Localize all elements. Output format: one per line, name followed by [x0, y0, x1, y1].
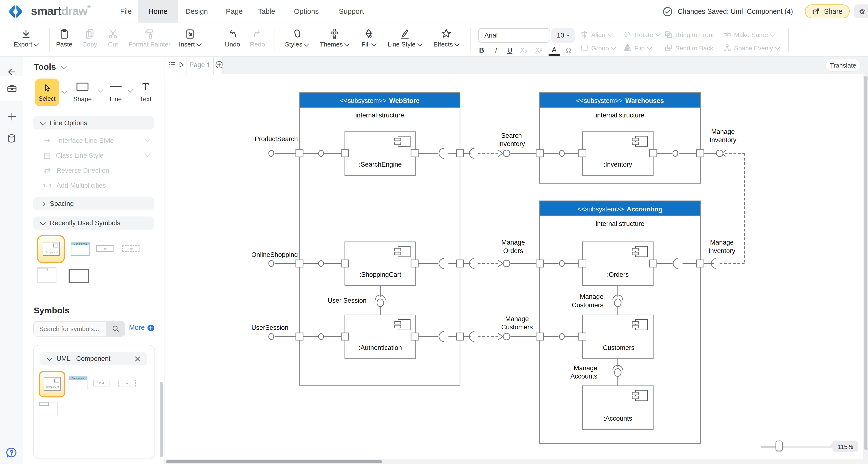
more-symbols-link[interactable]: More — [129, 324, 155, 332]
section-line-options[interactable]: Line Options — [33, 116, 154, 129]
menu-page[interactable]: Page — [218, 0, 250, 23]
section-recently-used[interactable]: Recently Used Symbols — [33, 217, 154, 230]
symbol-frame[interactable] — [39, 402, 58, 416]
menu-support[interactable]: Support — [331, 0, 372, 23]
component-authentication[interactable] — [345, 315, 416, 359]
underline-button[interactable]: U — [504, 47, 516, 54]
symbol-component-selected[interactable]: Component — [39, 371, 65, 397]
rail-add-tab[interactable] — [0, 105, 23, 127]
rail-tools-tab[interactable] — [0, 76, 23, 101]
symbol-component2[interactable]: Component — [68, 376, 87, 390]
make-same-button[interactable]: Make Same — [723, 31, 775, 39]
recent-symbol-port[interactable]: Port — [96, 245, 114, 252]
effects-button[interactable]: Effects — [427, 27, 465, 48]
send-to-back-button[interactable]: Send to Back — [664, 44, 713, 52]
tools-panel-title[interactable]: Tools — [34, 62, 66, 72]
menu-options[interactable]: Options — [286, 0, 327, 23]
collapse-panel-icon[interactable] — [178, 62, 185, 68]
symbol-search-input[interactable] — [34, 321, 109, 336]
panel-scrollbar[interactable] — [160, 382, 163, 457]
special-character-button[interactable]: Ω — [563, 47, 574, 54]
recent-symbol-rectangle[interactable] — [68, 269, 89, 283]
horizontal-scrollbar-thumb[interactable] — [166, 460, 382, 463]
superscript-button[interactable]: X² — [533, 47, 544, 54]
flip-button[interactable]: Flip — [623, 44, 651, 52]
font-name-input[interactable] — [478, 28, 550, 42]
share-button[interactable]: Share — [805, 4, 849, 18]
add-multiplicities-item[interactable]: 1..1 Add Multiplicities — [43, 180, 106, 191]
bring-to-front-button[interactable]: Bring to Front — [664, 31, 714, 39]
export-button[interactable]: Export — [8, 27, 43, 48]
reverse-direction-item[interactable]: Reverse Direction — [43, 165, 109, 176]
smartdraw-logo[interactable]: smartdraw® — [31, 4, 90, 18]
symbol-port-dashed[interactable]: Port — [118, 380, 135, 386]
view-eye-button[interactable] — [854, 4, 868, 18]
shape-tool-button[interactable]: Shape — [67, 82, 98, 102]
make-same-icon — [723, 31, 731, 39]
plus-icon — [6, 111, 18, 122]
align-button[interactable]: Align — [580, 31, 612, 39]
space-evenly-button[interactable]: Space Evenly — [723, 44, 780, 52]
recent-symbol-frame[interactable] — [37, 267, 56, 283]
component-accounts[interactable] — [583, 386, 653, 430]
bold-button[interactable]: B — [476, 47, 487, 54]
format-painter-button[interactable]: Format Painter — [121, 27, 178, 48]
close-icon[interactable] — [134, 356, 141, 362]
component-inventory[interactable] — [583, 132, 653, 176]
zoom-slider-handle[interactable] — [775, 440, 783, 451]
symbol-search-button[interactable] — [106, 321, 125, 337]
smartdraw-app: smartdraw® File Home Design Page Table O… — [0, 0, 868, 464]
component-searchengine[interactable] — [345, 132, 416, 176]
diagram-canvas[interactable]: <<subsystem>>WebStore internal structure… — [164, 73, 862, 455]
rail-data-tab[interactable] — [0, 127, 23, 149]
insert-button[interactable]: Insert — [172, 27, 208, 48]
symbol-group-header[interactable]: UML - Component — [40, 352, 147, 365]
translate-button[interactable]: Translate — [826, 59, 860, 71]
menu-table[interactable]: Table — [250, 0, 283, 23]
menu-home[interactable]: Home — [138, 0, 178, 23]
share-label: Share — [824, 7, 842, 15]
recent-symbol-component2[interactable]: Component — [71, 242, 90, 256]
horizontal-scrollbar[interactable] — [164, 459, 868, 464]
styles-button[interactable]: Styles — [277, 27, 316, 48]
italic-button[interactable]: I — [490, 47, 502, 54]
symbol-port[interactable]: Port — [93, 380, 110, 386]
thumb-label: Component — [43, 251, 59, 253]
group-button[interactable]: Group — [580, 44, 615, 52]
select-tool-button[interactable]: Select — [35, 79, 59, 106]
recent-symbol-component-selected[interactable]: Component — [37, 235, 65, 263]
class-line-style-item[interactable]: Class Line Style — [43, 150, 103, 161]
line-style-button[interactable]: Line Style — [382, 27, 427, 48]
label-authentication: :Authentication — [359, 344, 402, 351]
subscript-button[interactable]: X₂ — [518, 47, 529, 54]
component-customers[interactable] — [583, 315, 653, 359]
font-color-button[interactable]: A — [549, 46, 560, 56]
save-status: Changes Saved: Uml_Component (4) — [678, 7, 793, 15]
menu-design[interactable]: Design — [178, 0, 216, 23]
line-style-icon — [399, 28, 410, 39]
space-evenly-icon — [723, 44, 731, 52]
help-button[interactable] — [0, 442, 23, 464]
themes-button[interactable]: Themes — [315, 27, 354, 48]
redo-button[interactable]: Redo — [240, 27, 275, 48]
label-manage-inventory-mid: ManageInventory — [708, 239, 735, 254]
share-icon — [812, 7, 820, 16]
section-spacing[interactable]: Spacing — [33, 197, 154, 211]
vertical-scrollbar-thumb[interactable] — [864, 76, 867, 450]
font-size-select[interactable]: 10▾ — [552, 28, 575, 42]
text-tool-button[interactable]: T Text — [130, 82, 161, 102]
label-manage-customers-row: ManageCustomers — [501, 315, 533, 331]
component-orders[interactable] — [583, 242, 653, 286]
recent-symbol-port-dashed[interactable]: Port — [122, 245, 140, 252]
tab-page-1[interactable]: Page 1 — [186, 56, 213, 73]
page-list-icon[interactable] — [168, 60, 177, 69]
menu-file[interactable]: File — [113, 0, 140, 23]
component-shoppingcart[interactable] — [345, 242, 416, 286]
thumb-label: Component — [71, 242, 89, 245]
vertical-scrollbar[interactable] — [863, 73, 868, 459]
rotate-button[interactable]: Rotate — [623, 31, 660, 39]
zoom-slider-track[interactable] — [761, 445, 833, 448]
interface-line-style-item[interactable]: Interface Line Style — [43, 135, 114, 146]
line-tool-button[interactable]: Line — [100, 82, 131, 102]
fill-button[interactable]: Fill — [351, 27, 386, 48]
